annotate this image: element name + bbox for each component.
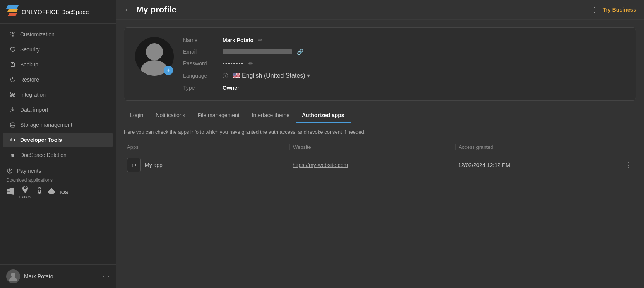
sidebar-item-security[interactable]: Security: [3, 42, 113, 57]
svg-point-0: [10, 123, 15, 124]
profile-language-row: Language i 🇺🇸 English (United States) ▾: [183, 72, 625, 79]
topbar-more-button[interactable]: ⋮: [591, 5, 598, 14]
save-icon: [9, 61, 16, 68]
app-name-inner: My app: [127, 158, 286, 172]
tab-authorized-apps[interactable]: Authorized apps: [296, 108, 351, 123]
authorized-apps-description: Here you can check the apps info to whic…: [124, 129, 636, 135]
sidebar-item-payments[interactable]: Payments: [0, 163, 116, 176]
password-value: ••••••••: [223, 60, 244, 66]
app-website-link[interactable]: https://my-website.com: [293, 162, 348, 168]
email-blurred-value: [223, 49, 292, 54]
email-edit-icon[interactable]: 🔗: [297, 49, 303, 55]
sidebar-item-restore[interactable]: Restore: [3, 72, 113, 87]
payments-label: Payments: [17, 168, 41, 174]
name-label: Name: [183, 37, 218, 43]
footer-username: Mark Potato: [24, 273, 99, 279]
app-row-more-button[interactable]: ⋮: [624, 161, 633, 169]
sidebar-item-label: Restore: [20, 77, 39, 83]
table-row: My app https://my-website.com 12/02/2024…: [124, 153, 636, 177]
main-content: ← My profile ⋮ Try Business + Name Mark …: [116, 0, 644, 288]
macos-download-icon[interactable]: macOS: [19, 186, 31, 199]
ios-download-icon[interactable]: iOS: [60, 189, 68, 195]
password-label: Password: [183, 60, 218, 66]
type-value: Owner: [223, 85, 240, 91]
sidebar: ONLYOFFICE DocSpace Customization Securi…: [0, 0, 116, 288]
col-website: Website: [289, 144, 455, 150]
app-name-text: My app: [145, 162, 163, 168]
name-value: Mark Potato: [223, 37, 253, 43]
topbar: ← My profile ⋮ Try Business: [116, 0, 644, 20]
app-name-cell: My app: [124, 158, 289, 172]
sidebar-logo: ONLYOFFICE DocSpace: [0, 0, 116, 24]
profile-tabs: Login Notifications File management Inte…: [124, 108, 636, 123]
profile-card: + Name Mark Potato ✏ Email 🔗 Password ••…: [124, 27, 636, 101]
app-website-cell: https://my-website.com: [289, 162, 455, 168]
app-access-date: 12/02/2024 12:12 PM: [458, 162, 510, 168]
language-info-icon[interactable]: i: [223, 73, 228, 78]
download-apps-section: Download applications macOS: [0, 176, 116, 202]
app-access-date-cell: 12/02/2024 12:12 PM: [455, 162, 621, 168]
app-icons-row: macOS iOS: [6, 186, 110, 199]
tab-login[interactable]: Login: [124, 108, 149, 123]
svg-point-2: [11, 273, 15, 277]
sidebar-item-customization[interactable]: Customization: [3, 27, 113, 42]
avatar-add-button[interactable]: +: [164, 66, 173, 75]
payments-icon: [6, 167, 13, 174]
profile-type-row: Type Owner: [183, 85, 625, 91]
email-label: Email: [183, 49, 218, 55]
profile-name-row: Name Mark Potato ✏: [183, 37, 625, 43]
sidebar-nav: Customization Security Backup: [0, 24, 116, 264]
sidebar-item-label: Backup: [20, 61, 38, 68]
download-apps-title: Download applications: [6, 177, 110, 183]
footer-more-button[interactable]: ⋯: [103, 272, 110, 281]
app-code-icon: [127, 158, 141, 172]
sidebar-item-label: Integration: [20, 92, 46, 98]
password-edit-icon[interactable]: ✏: [248, 60, 253, 66]
back-button[interactable]: ←: [124, 5, 132, 14]
sidebar-item-docspace-deletion[interactable]: DocSpace Deletion: [3, 148, 113, 162]
tab-interface-theme[interactable]: Interface theme: [246, 108, 296, 123]
language-dropdown-chevron: ▾: [307, 72, 310, 79]
svg-point-3: [146, 43, 163, 60]
trash-icon: [9, 152, 16, 158]
storage-icon: [9, 121, 16, 128]
type-label: Type: [183, 85, 218, 91]
sidebar-item-backup[interactable]: Backup: [3, 57, 113, 72]
apps-table: Apps Website Access granted My app: [124, 141, 636, 177]
sidebar-item-storage[interactable]: Storage management: [3, 118, 113, 132]
logo-icon: [6, 5, 19, 18]
tab-file-management[interactable]: File management: [192, 108, 246, 123]
shield-icon: [9, 46, 16, 53]
gear-icon: [9, 31, 16, 38]
android-download-icon[interactable]: [48, 187, 55, 198]
language-selector[interactable]: 🇺🇸 English (United States) ▾: [233, 72, 310, 79]
linux-download-icon[interactable]: [36, 187, 43, 198]
import-icon: [9, 106, 16, 113]
sidebar-item-data-import[interactable]: Data import: [3, 102, 113, 117]
sidebar-item-label: Security: [20, 46, 40, 53]
tab-notifications[interactable]: Notifications: [149, 108, 191, 123]
content-area: + Name Mark Potato ✏ Email 🔗 Password ••…: [116, 20, 644, 288]
col-actions-header: [621, 144, 636, 150]
page-title: My profile: [136, 5, 586, 15]
sidebar-item-label: Storage management: [20, 122, 72, 128]
language-label: Language: [183, 73, 218, 79]
puzzle-icon: [9, 91, 16, 98]
language-value: English (United States): [242, 72, 305, 79]
profile-email-row: Email 🔗: [183, 49, 625, 55]
sidebar-item-label: DocSpace Deletion: [20, 152, 67, 158]
sidebar-footer: Mark Potato ⋯: [0, 264, 116, 288]
apps-table-header: Apps Website Access granted: [124, 141, 636, 153]
col-apps: Apps: [124, 144, 289, 150]
sidebar-item-developer-tools[interactable]: Developer Tools: [3, 133, 113, 147]
windows-download-icon[interactable]: [6, 187, 15, 198]
language-flag: 🇺🇸: [233, 72, 240, 79]
logo-text: ONLYOFFICE DocSpace: [22, 9, 89, 15]
sidebar-item-label: Customization: [20, 31, 55, 37]
avatar: [6, 269, 20, 283]
dev-icon: [9, 136, 16, 143]
app-row-actions: ⋮: [621, 161, 636, 169]
name-edit-icon[interactable]: ✏: [258, 37, 263, 43]
sidebar-item-integration[interactable]: Integration: [3, 87, 113, 102]
try-business-button[interactable]: Try Business: [603, 7, 636, 13]
